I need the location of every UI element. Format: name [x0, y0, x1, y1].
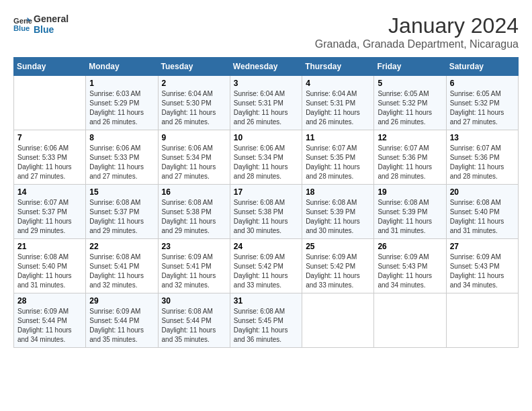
- calendar-week-row: 7Sunrise: 6:06 AMSunset: 5:33 PMDaylight…: [14, 130, 519, 185]
- calendar-day-cell: 20Sunrise: 6:08 AMSunset: 5:40 PMDayligh…: [446, 185, 518, 239]
- day-number: 8: [89, 133, 154, 142]
- calendar-day-cell: 15Sunrise: 6:08 AMSunset: 5:37 PMDayligh…: [86, 185, 158, 239]
- day-number: 21: [17, 242, 82, 251]
- location-title: Granada, Granada Department, Nicaragua: [315, 38, 519, 50]
- calendar-day-cell: 10Sunrise: 6:06 AMSunset: 5:34 PMDayligh…: [230, 130, 302, 185]
- calendar-day-cell: 4Sunrise: 6:04 AMSunset: 5:31 PMDaylight…: [302, 76, 374, 130]
- calendar-day-cell: 1Sunrise: 6:03 AMSunset: 5:29 PMDaylight…: [86, 76, 158, 130]
- calendar-day-cell: 31Sunrise: 6:08 AMSunset: 5:45 PMDayligh…: [230, 293, 302, 348]
- calendar-day-cell: 13Sunrise: 6:07 AMSunset: 5:36 PMDayligh…: [446, 130, 518, 185]
- calendar-day-cell: 27Sunrise: 6:09 AMSunset: 5:43 PMDayligh…: [446, 239, 518, 293]
- calendar-day-cell: 18Sunrise: 6:08 AMSunset: 5:39 PMDayligh…: [302, 185, 374, 239]
- weekday-header-cell: Wednesday: [230, 58, 302, 76]
- day-info: Sunrise: 6:04 AMSunset: 5:30 PMDaylight:…: [162, 89, 226, 127]
- weekday-header-cell: Friday: [374, 58, 446, 76]
- logo-line2: Blue: [34, 24, 69, 35]
- day-number: 26: [378, 242, 442, 251]
- calendar-week-row: 21Sunrise: 6:08 AMSunset: 5:40 PMDayligh…: [14, 239, 519, 293]
- day-info: Sunrise: 6:08 AMSunset: 5:39 PMDaylight:…: [306, 198, 370, 236]
- day-info: Sunrise: 6:08 AMSunset: 5:38 PMDaylight:…: [234, 198, 298, 236]
- calendar-day-cell: 14Sunrise: 6:07 AMSunset: 5:37 PMDayligh…: [14, 185, 86, 239]
- calendar-day-cell: 24Sunrise: 6:09 AMSunset: 5:42 PMDayligh…: [230, 239, 302, 293]
- day-number: 19: [378, 187, 442, 197]
- day-info: Sunrise: 6:06 AMSunset: 5:33 PMDaylight:…: [89, 144, 154, 181]
- calendar-day-cell: 25Sunrise: 6:09 AMSunset: 5:42 PMDayligh…: [302, 239, 374, 293]
- title-block: January 2024 Granada, Granada Department…: [315, 13, 519, 50]
- calendar-day-cell: 30Sunrise: 6:08 AMSunset: 5:44 PMDayligh…: [158, 293, 230, 348]
- day-info: Sunrise: 6:06 AMSunset: 5:34 PMDaylight:…: [162, 144, 226, 181]
- day-number: 9: [162, 133, 226, 142]
- logo: General Blue General Blue: [13, 13, 69, 35]
- weekday-header-row: SundayMondayTuesdayWednesdayThursdayFrid…: [14, 58, 519, 76]
- day-number: 22: [89, 242, 154, 251]
- calendar-day-cell: 22Sunrise: 6:08 AMSunset: 5:41 PMDayligh…: [86, 239, 158, 293]
- day-number: 11: [306, 133, 370, 142]
- calendar-day-cell: 3Sunrise: 6:04 AMSunset: 5:31 PMDaylight…: [230, 76, 302, 130]
- logo-icon: General Blue: [13, 15, 32, 34]
- calendar-day-cell: 23Sunrise: 6:09 AMSunset: 5:41 PMDayligh…: [158, 239, 230, 293]
- day-info: Sunrise: 6:08 AMSunset: 5:45 PMDaylight:…: [234, 307, 298, 345]
- day-info: Sunrise: 6:08 AMSunset: 5:44 PMDaylight:…: [162, 307, 226, 345]
- day-info: Sunrise: 6:07 AMSunset: 5:37 PMDaylight:…: [17, 198, 82, 236]
- calendar-day-cell: 19Sunrise: 6:08 AMSunset: 5:39 PMDayligh…: [374, 185, 446, 239]
- day-number: 25: [306, 242, 370, 251]
- calendar-day-cell: 9Sunrise: 6:06 AMSunset: 5:34 PMDaylight…: [158, 130, 230, 185]
- calendar-day-cell: 7Sunrise: 6:06 AMSunset: 5:33 PMDaylight…: [14, 130, 86, 185]
- weekday-header-cell: Tuesday: [158, 58, 230, 76]
- day-number: 6: [450, 79, 515, 88]
- day-info: Sunrise: 6:08 AMSunset: 5:41 PMDaylight:…: [89, 253, 154, 290]
- day-number: 24: [234, 242, 298, 251]
- day-info: Sunrise: 6:09 AMSunset: 5:41 PMDaylight:…: [162, 253, 226, 290]
- day-info: Sunrise: 6:09 AMSunset: 5:44 PMDaylight:…: [89, 307, 154, 345]
- calendar-week-row: 14Sunrise: 6:07 AMSunset: 5:37 PMDayligh…: [14, 185, 519, 239]
- day-info: Sunrise: 6:04 AMSunset: 5:31 PMDaylight:…: [234, 89, 298, 127]
- day-number: 7: [17, 133, 82, 142]
- day-number: 18: [306, 187, 370, 197]
- calendar-table: SundayMondayTuesdayWednesdayThursdayFrid…: [13, 57, 519, 348]
- day-number: 17: [234, 187, 298, 197]
- day-info: Sunrise: 6:08 AMSunset: 5:38 PMDaylight:…: [162, 198, 226, 236]
- day-info: Sunrise: 6:07 AMSunset: 5:35 PMDaylight:…: [306, 144, 370, 181]
- calendar-day-cell: 17Sunrise: 6:08 AMSunset: 5:38 PMDayligh…: [230, 185, 302, 239]
- calendar-day-cell: 2Sunrise: 6:04 AMSunset: 5:30 PMDaylight…: [158, 76, 230, 130]
- day-number: 31: [234, 296, 298, 306]
- weekday-header-cell: Sunday: [14, 58, 86, 76]
- calendar-week-row: 1Sunrise: 6:03 AMSunset: 5:29 PMDaylight…: [14, 76, 519, 130]
- day-number: 20: [450, 187, 515, 197]
- day-info: Sunrise: 6:08 AMSunset: 5:40 PMDaylight:…: [450, 198, 515, 236]
- day-number: 30: [162, 296, 226, 306]
- calendar-day-cell: 6Sunrise: 6:05 AMSunset: 5:32 PMDaylight…: [446, 76, 518, 130]
- day-info: Sunrise: 6:09 AMSunset: 5:43 PMDaylight:…: [378, 253, 442, 290]
- day-info: Sunrise: 6:09 AMSunset: 5:42 PMDaylight:…: [234, 253, 298, 290]
- weekday-header-cell: Thursday: [302, 58, 374, 76]
- day-number: 12: [378, 133, 442, 142]
- weekday-header-cell: Saturday: [446, 58, 518, 76]
- page-header: General Blue General Blue January 2024 G…: [13, 13, 519, 50]
- calendar-day-cell: [446, 293, 518, 348]
- day-number: 29: [89, 296, 154, 306]
- day-number: 15: [89, 187, 154, 197]
- month-title: January 2024: [315, 13, 519, 38]
- day-info: Sunrise: 6:04 AMSunset: 5:31 PMDaylight:…: [306, 89, 370, 127]
- day-info: Sunrise: 6:09 AMSunset: 5:42 PMDaylight:…: [306, 253, 370, 290]
- calendar-day-cell: [374, 293, 446, 348]
- day-info: Sunrise: 6:09 AMSunset: 5:44 PMDaylight:…: [17, 307, 82, 345]
- calendar-day-cell: 16Sunrise: 6:08 AMSunset: 5:38 PMDayligh…: [158, 185, 230, 239]
- day-info: Sunrise: 6:03 AMSunset: 5:29 PMDaylight:…: [89, 89, 154, 127]
- day-number: 5: [378, 79, 442, 88]
- day-number: 27: [450, 242, 515, 251]
- svg-text:Blue: Blue: [13, 24, 30, 32]
- calendar-day-cell: 5Sunrise: 6:05 AMSunset: 5:32 PMDaylight…: [374, 76, 446, 130]
- day-info: Sunrise: 6:08 AMSunset: 5:40 PMDaylight:…: [17, 253, 82, 290]
- day-info: Sunrise: 6:08 AMSunset: 5:37 PMDaylight:…: [89, 198, 154, 236]
- day-info: Sunrise: 6:05 AMSunset: 5:32 PMDaylight:…: [378, 89, 442, 127]
- weekday-header-cell: Monday: [86, 58, 158, 76]
- logo-line1: General: [34, 13, 69, 24]
- day-number: 1: [89, 79, 154, 88]
- day-number: 4: [306, 79, 370, 88]
- day-number: 13: [450, 133, 515, 142]
- calendar-day-cell: 21Sunrise: 6:08 AMSunset: 5:40 PMDayligh…: [14, 239, 86, 293]
- day-info: Sunrise: 6:07 AMSunset: 5:36 PMDaylight:…: [450, 144, 515, 181]
- calendar-day-cell: [302, 293, 374, 348]
- calendar-day-cell: 28Sunrise: 6:09 AMSunset: 5:44 PMDayligh…: [14, 293, 86, 348]
